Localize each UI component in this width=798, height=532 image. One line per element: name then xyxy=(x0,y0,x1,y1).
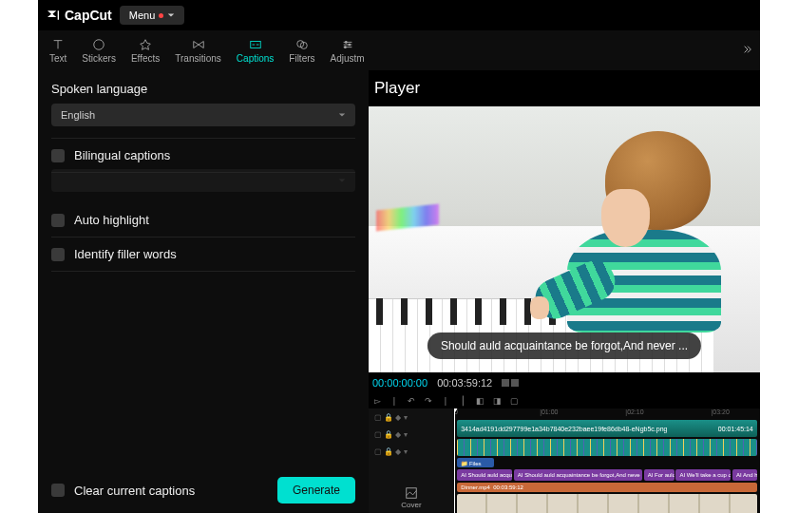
track-clip-video-thumbs[interactable] xyxy=(457,494,757,513)
bilingual-label: Bilingual captions xyxy=(74,148,170,162)
chevron-down-icon xyxy=(338,177,346,184)
menu-notification-dot xyxy=(159,13,163,18)
tab-transitions[interactable]: Transitions xyxy=(167,38,229,64)
menu-button[interactable]: Menu xyxy=(120,6,185,25)
text-icon xyxy=(50,38,66,51)
svg-point-5 xyxy=(348,43,351,46)
tab-effects[interactable]: Effects xyxy=(124,38,167,64)
bilingual-checkbox[interactable] xyxy=(51,149,65,162)
timeline: ▢ 🔒 ◆ ▾ ▢ 🔒 ◆ ▾ ▢ 🔒 ◆ ▾ Cover 0 |01:00 xyxy=(369,408,760,513)
capcut-logo-icon xyxy=(46,8,61,23)
filters-icon xyxy=(294,38,310,51)
effects-icon xyxy=(138,38,153,51)
chevron-down-icon xyxy=(167,11,175,19)
spoken-language-select[interactable]: English xyxy=(51,104,355,126)
bilingual-language-select[interactable] xyxy=(51,169,355,192)
undo-icon[interactable]: ↶ xyxy=(407,396,416,406)
trim-left-icon[interactable]: ◧ xyxy=(475,396,484,406)
cover-button[interactable]: Cover xyxy=(401,486,421,509)
preview-child xyxy=(549,123,737,346)
double-chevron-right-icon xyxy=(743,45,752,54)
tab-stickers[interactable]: Stickers xyxy=(74,38,124,64)
cover-icon xyxy=(405,486,418,500)
captions-panel: Spoken language English Bilingual captio… xyxy=(38,70,369,513)
app-logo: CapCut xyxy=(46,8,112,23)
svg-point-0 xyxy=(94,39,104,49)
timeline-tracks[interactable]: 0 |01:00 |02:10 |03:20 3414ad4191dd29779… xyxy=(454,408,760,513)
timeline-playhead[interactable] xyxy=(454,408,455,513)
topbar: CapCut Menu xyxy=(38,0,760,30)
clear-captions-label: Clear current captions xyxy=(74,484,195,498)
track-clip-files[interactable]: 📁 Files xyxy=(457,458,494,467)
timecode-current: 00:00:00:00 xyxy=(372,377,428,389)
tab-filters[interactable]: Filters xyxy=(281,38,322,64)
pointer-tool-icon[interactable]: ▻ xyxy=(372,396,382,406)
player-title: Player xyxy=(369,70,760,106)
svg-point-4 xyxy=(345,41,348,44)
adjustment-icon xyxy=(340,38,355,51)
generate-button[interactable]: Generate xyxy=(277,477,355,504)
tab-captions[interactable]: Captions xyxy=(229,38,281,64)
video-preview[interactable]: Should auld acquaintance be forgot,And n… xyxy=(369,106,760,372)
track-clip-caption[interactable]: AI Should auld acquai xyxy=(457,469,512,481)
spoken-language-label: Spoken language xyxy=(51,82,355,96)
timeline-toolbar: ▻ | ↶ ↷ | ⎮ ◧ ◨ ▢ xyxy=(369,393,760,408)
tabs-more-button[interactable] xyxy=(739,44,756,57)
timecode-total: 00:03:59:12 xyxy=(437,377,492,389)
transitions-icon xyxy=(191,38,206,51)
track-clip-caption[interactable]: AI Should auld acquaintance be forgot,An… xyxy=(514,469,642,481)
auto-highlight-checkbox[interactable] xyxy=(51,214,65,227)
split-icon[interactable]: ⎮ xyxy=(458,396,467,406)
timeline-ruler[interactable]: 0 |01:00 |02:10 |03:20 xyxy=(454,408,760,420)
tool-tabs: Text Stickers Effects Transitions Captio… xyxy=(38,30,760,70)
svg-point-6 xyxy=(344,46,347,48)
grid-view-icon[interactable] xyxy=(511,379,519,387)
trim-right-icon[interactable]: ◨ xyxy=(492,396,502,406)
auto-highlight-label: Auto highlight xyxy=(74,213,149,227)
track-clip-caption[interactable]: AI And he xyxy=(732,469,757,481)
preview-caption: Should auld acquaintance be forgot,And n… xyxy=(428,332,701,359)
track-clip-image[interactable]: 3414ad4191dd297799e1a34b7840e232baee19fe… xyxy=(457,420,757,437)
track-clip-beats[interactable] xyxy=(457,439,757,456)
track-clip-video-label[interactable]: Dinner.mp4 00:03:59:12 xyxy=(457,483,757,492)
filler-words-label: Identify filler words xyxy=(74,247,177,261)
chevron-down-icon xyxy=(338,111,346,119)
delete-icon[interactable]: ▢ xyxy=(509,396,519,406)
redo-icon[interactable]: ↷ xyxy=(424,396,433,406)
grid-view-icon[interactable] xyxy=(502,379,509,387)
track-controls[interactable]: ▢ 🔒 ◆ ▾ xyxy=(369,443,454,460)
filler-words-checkbox[interactable] xyxy=(51,248,65,261)
tab-text[interactable]: Text xyxy=(42,38,74,64)
stickers-icon xyxy=(91,38,106,51)
track-controls[interactable]: ▢ 🔒 ◆ ▾ xyxy=(369,408,454,426)
timeline-gutter: ▢ 🔒 ◆ ▾ ▢ 🔒 ◆ ▾ ▢ 🔒 ◆ ▾ Cover xyxy=(369,408,454,513)
track-controls[interactable]: ▢ 🔒 ◆ ▾ xyxy=(369,426,454,443)
tool-divider: | xyxy=(390,396,399,406)
timecode-bar: 00:00:00:00 00:03:59:12 xyxy=(369,372,760,393)
track-clip-caption[interactable]: AI We'll take a cup o xyxy=(675,469,731,481)
tool-divider: | xyxy=(441,396,450,406)
clear-captions-checkbox[interactable] xyxy=(51,484,65,497)
svg-rect-1 xyxy=(250,41,260,48)
tab-adjustment[interactable]: Adjustm xyxy=(323,38,372,64)
app-name: CapCut xyxy=(65,8,112,23)
track-clip-caption[interactable]: AI For auld xyxy=(644,469,674,481)
captions-icon xyxy=(248,38,263,51)
